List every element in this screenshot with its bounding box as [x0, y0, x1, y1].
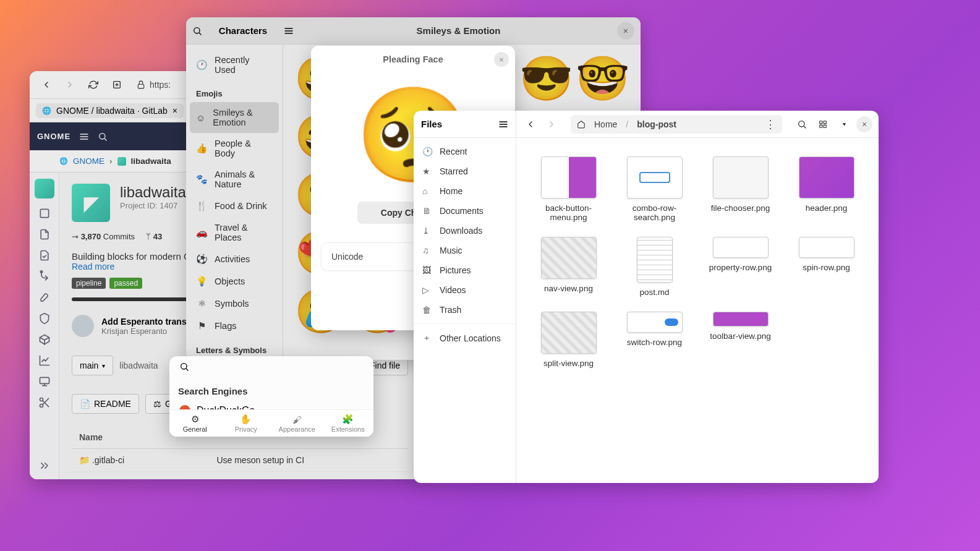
path-segment-home[interactable]: Home: [590, 118, 621, 130]
tab-general[interactable]: ⚙General: [169, 410, 221, 437]
tab-extensions[interactable]: 🧩Extensions: [323, 410, 374, 437]
file-icon[interactable]: [38, 228, 51, 241]
sidebar-other-locations[interactable]: ＋Other Locations: [414, 323, 516, 349]
svg-rect-3: [40, 209, 48, 217]
new-tab-button[interactable]: [106, 74, 127, 95]
sidebar-smileys[interactable]: ☺Smileys & Emotion: [190, 102, 279, 133]
sidebar-videos[interactable]: ▷Videos: [414, 280, 516, 300]
sidebar-home[interactable]: ⌂Home: [414, 181, 516, 201]
tab-privacy[interactable]: ✋Privacy: [221, 410, 272, 437]
view-dropdown[interactable]: ▾: [835, 116, 853, 133]
file-item[interactable]: property-row.png: [701, 237, 780, 297]
characters-title: Smileys & Emotion: [300, 25, 617, 36]
emoji-cell[interactable]: 🤓: [576, 51, 629, 106]
svg-point-9: [181, 364, 187, 369]
branch-dropdown[interactable]: main ▾: [72, 356, 113, 375]
svg-point-2: [100, 133, 105, 139]
sidebar-recent[interactable]: 🕐Recent: [414, 142, 516, 161]
view-icon-button[interactable]: [814, 116, 832, 133]
emoji-cell[interactable]: 😎: [519, 51, 573, 106]
overview-icon[interactable]: [38, 207, 51, 220]
files-window: Files Home / blog-post ⋮ ▾ × 🕐Recent ★St…: [414, 111, 879, 483]
svg-point-10: [799, 121, 804, 126]
sidebar-flags[interactable]: ⚑Flags: [186, 315, 283, 337]
breadcrumb-root[interactable]: GNOME: [73, 156, 104, 166]
tab-close-icon[interactable]: ×: [173, 106, 177, 116]
scissors-icon[interactable]: [38, 396, 51, 409]
lock-icon: [136, 80, 146, 90]
monitor-icon[interactable]: [38, 375, 51, 388]
url-text: https:: [150, 80, 171, 90]
file-item[interactable]: post.md: [615, 237, 694, 297]
svg-rect-1: [138, 84, 143, 88]
search-icon[interactable]: [98, 132, 108, 142]
sidebar-activities[interactable]: ⚽Activities: [186, 248, 283, 270]
sidebar-downloads[interactable]: ⤓Downloads: [414, 221, 516, 241]
file-item[interactable]: back-button-menu.png: [529, 156, 608, 222]
sidebar-title: Characters: [219, 25, 267, 36]
gnome-logo: GNOME: [37, 132, 70, 141]
readme-button[interactable]: 📄 README: [72, 394, 139, 414]
sidebar-documents[interactable]: 🗎Documents: [414, 201, 516, 221]
path-segment-leaf[interactable]: blog-post: [633, 118, 680, 130]
back-button[interactable]: [36, 74, 57, 95]
reload-button[interactable]: [83, 74, 104, 95]
breadcrumb-leaf[interactable]: libadwaita: [131, 156, 171, 166]
settings-popup: Search Engines DuckDuckGo ⚙General ✋Priv…: [169, 356, 373, 437]
sidebar-pictures[interactable]: 🖼Pictures: [414, 260, 516, 280]
sidebar-music[interactable]: ♫Music: [414, 241, 516, 260]
path-menu-icon[interactable]: ⋮: [765, 117, 776, 131]
sidebar-trash[interactable]: 🗑Trash: [414, 300, 516, 320]
sidebar-objects[interactable]: 💡Objects: [186, 270, 283, 293]
sidebar-recent[interactable]: 🕐Recently Used: [186, 49, 283, 80]
sidebar-people[interactable]: 👍People & Body: [186, 133, 283, 164]
rocket-icon[interactable]: [38, 291, 51, 304]
file-item[interactable]: header.png: [786, 156, 866, 222]
files-header: Files Home / blog-post ⋮ ▾ ×: [414, 111, 879, 138]
project-avatar-small[interactable]: [35, 179, 54, 199]
table-row[interactable]: 📁 .gitlab-ciUse meson setup in CI: [72, 449, 408, 472]
files-sidebar: 🕐Recent ★Starred ⌂Home 🗎Documents ⤓Downl…: [414, 138, 516, 483]
shield-icon[interactable]: [38, 312, 51, 325]
sidebar-animals[interactable]: 🐾Animals & Nature: [186, 164, 283, 195]
svg-rect-11: [820, 121, 822, 123]
search-button[interactable]: [793, 116, 811, 133]
browser-tab[interactable]: 🌐 GNOME / libadwaita · GitLab ×: [36, 103, 184, 118]
table-row[interactable]: 📁 build-aux/mesondist-data: Error out if…: [72, 472, 408, 480]
hamburger-icon[interactable]: [498, 119, 508, 129]
hamburger-icon[interactable]: [79, 132, 89, 142]
file-item[interactable]: toolbar-view.png: [701, 312, 780, 368]
edit-file-icon[interactable]: [38, 249, 51, 262]
back-button[interactable]: [521, 115, 540, 134]
forward-button[interactable]: [59, 74, 80, 95]
forward-button[interactable]: [542, 115, 561, 134]
sidebar-symbols[interactable]: ⚛Symbols: [186, 293, 283, 315]
search-icon[interactable]: [192, 26, 202, 36]
collapse-icon[interactable]: [38, 459, 51, 472]
hamburger-icon[interactable]: [284, 26, 294, 36]
files-title: Files: [421, 119, 442, 129]
sidebar-travel[interactable]: 🚗Travel & Places: [186, 217, 283, 248]
package-icon[interactable]: [38, 333, 51, 346]
project-title: libadwaita: [120, 184, 186, 201]
file-item[interactable]: spin-row.png: [786, 237, 866, 297]
file-item[interactable]: switch-row.png: [615, 312, 694, 368]
file-item[interactable]: nav-view.png: [529, 237, 608, 297]
merge-icon[interactable]: [38, 270, 51, 283]
pipeline-badge: pipeline: [72, 278, 106, 289]
chart-icon[interactable]: [38, 354, 51, 367]
close-button[interactable]: ×: [494, 52, 509, 67]
file-item[interactable]: combo-row-search.png: [615, 156, 694, 222]
tab-appearance[interactable]: 🖌Appearance: [271, 410, 323, 437]
file-item[interactable]: split-view.png: [529, 312, 608, 368]
sidebar-starred[interactable]: ★Starred: [414, 161, 516, 181]
sidebar-food[interactable]: 🍴Food & Drink: [186, 195, 283, 217]
gitlab-sidebar: [30, 173, 59, 479]
search-icon[interactable]: [179, 362, 189, 372]
svg-point-8: [194, 27, 200, 33]
history-chip[interactable]: libadwaita: [119, 361, 158, 370]
path-bar[interactable]: Home / blog-post ⋮: [571, 115, 782, 134]
close-button[interactable]: ×: [617, 22, 634, 40]
close-button[interactable]: ×: [856, 116, 872, 132]
file-item[interactable]: file-chooser.png: [701, 156, 780, 222]
